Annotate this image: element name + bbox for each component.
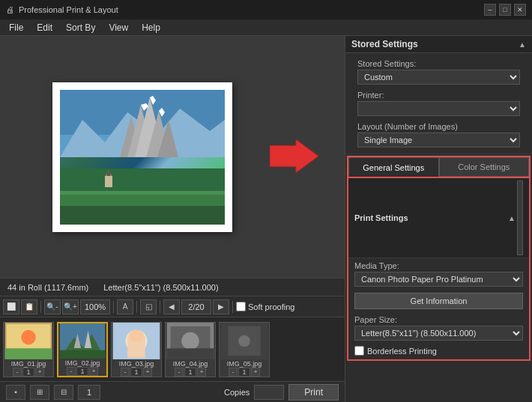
roll-info: 44 in Roll (1117.6mm) (7, 283, 88, 292)
menu-sort-by[interactable]: Sort By (60, 21, 101, 34)
right-panel: Stored Settings ▲ Stored Settings: Custo… (345, 36, 532, 402)
soft-proofing-checkbox[interactable] (236, 302, 246, 311)
stored-label: Stored Settings: (357, 59, 520, 68)
layout-field-group: Layout (Number of Images) Single Image (351, 119, 526, 150)
tab-general[interactable]: General Settings (348, 157, 439, 177)
settings-tabs: General Settings Color Settings (348, 157, 529, 178)
print-settings-title: Print Settings (354, 213, 408, 222)
thumb-dec-4[interactable]: - (175, 368, 184, 377)
app-title: Professional Print & Layout (19, 5, 118, 14)
thumb-label-1: IMG_01.jpg (11, 360, 46, 368)
media-type-label: Media Type: (354, 261, 523, 270)
paper-size-group: Paper Size: Letter(8.5"x11") (8.500x11.0… (348, 312, 529, 344)
svg-rect-18 (60, 206, 225, 225)
thumb-dec-2[interactable]: - (67, 367, 76, 376)
thumb-inc-5[interactable]: + (251, 368, 260, 377)
main-layout: 44 in Roll (1117.6mm) Letter(8.5"x11") (… (0, 36, 532, 402)
close-button[interactable]: ✕ (514, 4, 526, 16)
minimize-button[interactable]: – (484, 4, 496, 16)
print-settings-expand[interactable]: ▲ (508, 214, 516, 222)
layout-label: Layout (Number of Images) (357, 122, 520, 131)
soft-proofing-label: Soft proofing (236, 302, 294, 311)
paper-size-info: Letter(8.5"x11") (8.500x11.000) (103, 283, 218, 292)
thumb-label-5: IMG_05.jpg (227, 360, 262, 368)
stored-select[interactable]: Custom (357, 70, 520, 85)
media-type-select[interactable]: Canon Photo Paper Pro Platinum (354, 272, 523, 287)
toolbar-sep-4 (160, 301, 160, 313)
stored-settings-expand[interactable]: ▲ (519, 40, 526, 49)
thumbnail-5[interactable]: IMG_05.jpg - 1 + (219, 322, 270, 377)
thumbnail-1[interactable]: IMG_01.jpg - 1 + (3, 322, 54, 377)
info-bar: 44 in Roll (1117.6mm) Letter(8.5"x11") (… (0, 278, 345, 296)
stored-field-group: Stored Settings: Custom (351, 56, 526, 88)
canvas-area[interactable] (0, 36, 345, 278)
thumb-dec-1[interactable]: - (13, 368, 22, 377)
next-page-button[interactable]: ▶ (213, 299, 229, 314)
stored-settings-header: Stored Settings ▲ (345, 36, 532, 53)
layout-btn-3[interactable]: ⊟ (54, 385, 73, 400)
print-button[interactable]: Print (288, 384, 339, 401)
left-panel: 44 in Roll (1117.6mm) Letter(8.5"x11") (… (0, 36, 345, 402)
paper-size-label: Paper Size: (354, 315, 523, 324)
copies-input[interactable] (254, 385, 284, 400)
stored-settings-title: Stored Settings (351, 39, 418, 49)
maximize-button[interactable]: □ (499, 4, 511, 16)
thumbnail-2[interactable]: IMG_02.jpg - 1 + (57, 322, 108, 377)
media-type-group: Media Type: Canon Photo Paper Pro Platin… (348, 258, 529, 290)
thumb-num-2: 1 (76, 367, 88, 376)
thumb-num-5: 1 (238, 368, 250, 377)
thumb-controls-2: - 1 + (67, 367, 98, 376)
thumb-label-2: IMG_02.jpg (65, 359, 100, 367)
app-icon: 🖨 (6, 5, 14, 14)
menu-view[interactable]: View (103, 21, 134, 34)
tool-btn-1[interactable]: ⬜ (3, 299, 19, 314)
title-bar-controls: – □ ✕ (484, 4, 526, 16)
svg-point-34 (181, 332, 199, 350)
thumbnail-4[interactable]: IMG_04.jpg - 1 + (165, 322, 216, 377)
svg-rect-15 (105, 176, 112, 187)
menu-help[interactable]: Help (136, 21, 166, 34)
page-number-input[interactable]: 1 (78, 385, 100, 400)
menu-edit[interactable]: Edit (31, 21, 58, 34)
menu-file[interactable]: File (3, 21, 29, 34)
thumb-controls-4: - 1 + (175, 368, 206, 377)
paper-size-select[interactable]: Letter(8.5"x11") (8.500x11.000) (354, 326, 523, 341)
tab-color[interactable]: Color Settings (439, 157, 530, 177)
thumb-inc-4[interactable]: + (197, 368, 206, 377)
thumb-dec-3[interactable]: - (121, 368, 130, 377)
borderless-checkbox[interactable] (354, 346, 364, 356)
tool-btn-3[interactable]: A (117, 299, 133, 314)
svg-marker-0 (270, 139, 318, 172)
thumbnail-3[interactable]: IMG_03.jpg - 1 + (111, 322, 162, 377)
thumb-label-4: IMG_04.jpg (173, 360, 208, 368)
svg-rect-35 (167, 348, 214, 359)
stored-settings-section: Stored Settings: Custom Printer: Layout … (345, 53, 532, 154)
layout-btn-2[interactable]: ⊞ (30, 385, 49, 400)
svg-point-31 (129, 329, 144, 341)
borderless-label: Borderless Printing (367, 347, 437, 356)
copies-label: Copies (224, 388, 250, 397)
tool-btn-2[interactable]: 📋 (21, 299, 37, 314)
page-nav-input[interactable]: 2/20 (181, 299, 211, 314)
thumb-inc-1[interactable]: + (35, 368, 44, 377)
thumb-dec-5[interactable]: - (229, 368, 238, 377)
zoom-out-button[interactable]: 🔍- (44, 299, 61, 314)
toolbar-sep-1 (40, 301, 41, 313)
thumb-controls-3: - 1 + (121, 368, 152, 377)
tool-btn-4[interactable]: ◱ (140, 299, 157, 314)
arrow-indicator (270, 139, 318, 174)
thumb-label-3: IMG_03.jpg (119, 360, 154, 368)
thumb-inc-2[interactable]: + (89, 367, 98, 376)
layout-btn-1[interactable]: ▪ (6, 385, 25, 400)
thumb-inc-3[interactable]: + (143, 368, 152, 377)
prev-page-button[interactable]: ◀ (163, 299, 180, 314)
zoom-in-button[interactable]: 🔍+ (62, 299, 79, 314)
zoom-input[interactable]: 100% (80, 299, 110, 314)
printer-field-group: Printer: (351, 88, 526, 119)
layout-select[interactable]: Single Image (357, 133, 520, 147)
get-info-button[interactable]: Get Information (354, 293, 523, 309)
printer-select[interactable] (357, 101, 520, 116)
scroll-indicator (517, 180, 523, 255)
toolbar-sep-2 (113, 301, 114, 313)
soft-proofing-text: Soft proofing (248, 302, 294, 311)
